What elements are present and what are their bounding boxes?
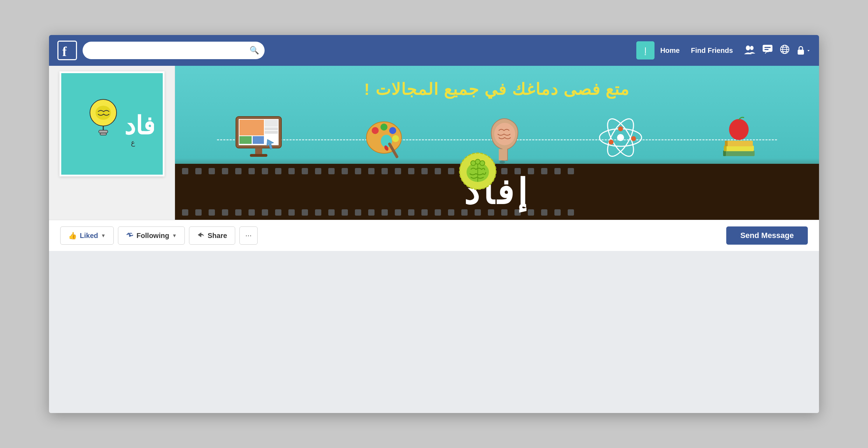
profile-page: إفاد ع ! متع فصى دماغك في جميع المجالات xyxy=(49,66,819,413)
facebook-navbar: f 🔍 إ Home Find Friends xyxy=(49,35,819,66)
page-nav-avatar[interactable]: إ xyxy=(636,41,654,59)
svg-point-41 xyxy=(494,123,515,145)
svg-rect-42 xyxy=(499,149,506,160)
facebook-logo[interactable]: f xyxy=(57,41,77,60)
search-input[interactable] xyxy=(88,47,246,55)
svg-rect-32 xyxy=(250,154,267,157)
svg-point-38 xyxy=(392,135,399,142)
svg-rect-53 xyxy=(723,150,755,156)
more-icon: ··· xyxy=(245,231,252,240)
svg-point-37 xyxy=(389,127,396,134)
svg-point-35 xyxy=(372,127,379,134)
svg-rect-26 xyxy=(253,136,264,144)
browser-window: f 🔍 إ Home Find Friends xyxy=(49,35,819,413)
svg-text:f: f xyxy=(62,44,67,57)
lock-icon[interactable] xyxy=(797,46,811,55)
palette-icon-item xyxy=(361,115,407,160)
svg-rect-57 xyxy=(724,146,727,151)
svg-rect-27 xyxy=(265,120,278,127)
film-strip: إفاد xyxy=(175,164,819,220)
share-button[interactable]: Share xyxy=(189,226,235,245)
svg-text:إ: إ xyxy=(644,46,646,55)
svg-rect-56 xyxy=(723,150,726,156)
nav-icons xyxy=(744,44,811,57)
svg-point-4 xyxy=(750,46,754,50)
nav-links: Home Find Friends xyxy=(660,47,733,55)
svg-point-52 xyxy=(729,119,749,140)
nav-find-friends[interactable]: Find Friends xyxy=(691,47,733,55)
svg-point-64 xyxy=(480,161,485,166)
svg-rect-54 xyxy=(724,146,754,151)
svg-rect-6 xyxy=(764,47,771,48)
search-bar[interactable]: 🔍 xyxy=(83,42,265,59)
svg-rect-24 xyxy=(239,120,264,135)
svg-point-43 xyxy=(499,161,505,163)
svg-point-65 xyxy=(129,235,131,237)
svg-point-50 xyxy=(631,136,636,141)
friends-icon[interactable] xyxy=(744,44,755,57)
svg-rect-7 xyxy=(764,49,769,50)
svg-rect-55 xyxy=(725,141,753,146)
monitor-icon-item xyxy=(232,115,288,160)
svg-point-63 xyxy=(475,159,480,164)
liked-label: Liked xyxy=(80,232,98,240)
following-button[interactable]: Following ▼ xyxy=(118,226,185,245)
more-button[interactable]: ··· xyxy=(239,226,258,245)
svg-text:إفاد: إفاد xyxy=(124,112,154,141)
svg-text:ع: ع xyxy=(131,139,135,147)
share-icon xyxy=(197,231,205,240)
globe-icon[interactable] xyxy=(780,44,790,57)
nav-home[interactable]: Home xyxy=(660,47,680,55)
cover-arabic-title: ! متع فصى دماغك في جميع المجالات xyxy=(175,80,819,99)
svg-rect-31 xyxy=(255,148,262,154)
left-sidebar: إفاد ع xyxy=(49,66,175,220)
svg-rect-58 xyxy=(725,141,728,146)
liked-chevron-icon: ▼ xyxy=(101,233,106,238)
thumbs-up-icon: 👍 xyxy=(68,231,77,240)
following-signal-icon xyxy=(126,232,134,240)
svg-rect-19 xyxy=(100,133,106,135)
cover-content: ! متع فصى دماغك في جميع المجالات xyxy=(175,66,819,220)
following-chevron-icon: ▼ xyxy=(172,233,177,238)
action-bar: 👍 Liked ▼ Following ▼ xyxy=(49,220,819,251)
svg-rect-18 xyxy=(99,130,108,133)
share-label: Share xyxy=(208,232,227,240)
cover-profile-row: إفاد ع ! متع فصى دماغك في جميع المجالات xyxy=(49,66,819,220)
svg-point-36 xyxy=(380,124,387,131)
books-icon-item xyxy=(716,115,762,160)
svg-rect-29 xyxy=(265,131,278,134)
svg-point-62 xyxy=(471,161,476,166)
profile-picture: إفاد ع xyxy=(59,71,164,176)
following-label: Following xyxy=(136,232,169,240)
cover-photo: ! متع فصى دماغك في جميع المجالات xyxy=(175,66,819,220)
svg-point-51 xyxy=(617,134,624,141)
main-content: إفاد ع ! متع فصى دماغك في جميع المجالات xyxy=(49,66,819,413)
svg-point-16 xyxy=(96,106,111,120)
svg-point-49 xyxy=(609,140,614,145)
svg-rect-28 xyxy=(265,127,278,130)
atom-icon-item xyxy=(598,115,643,160)
svg-rect-13 xyxy=(798,50,804,55)
liked-button[interactable]: 👍 Liked ▼ xyxy=(60,226,114,245)
chat-icon[interactable] xyxy=(762,44,773,57)
svg-point-48 xyxy=(618,126,623,131)
film-brain-icon xyxy=(458,152,497,192)
svg-point-3 xyxy=(746,46,750,50)
svg-rect-25 xyxy=(239,136,252,144)
cover-icons-row xyxy=(175,111,819,164)
svg-rect-5 xyxy=(763,45,772,52)
search-icon: 🔍 xyxy=(250,46,259,55)
send-message-button[interactable]: Send Message xyxy=(726,226,808,245)
